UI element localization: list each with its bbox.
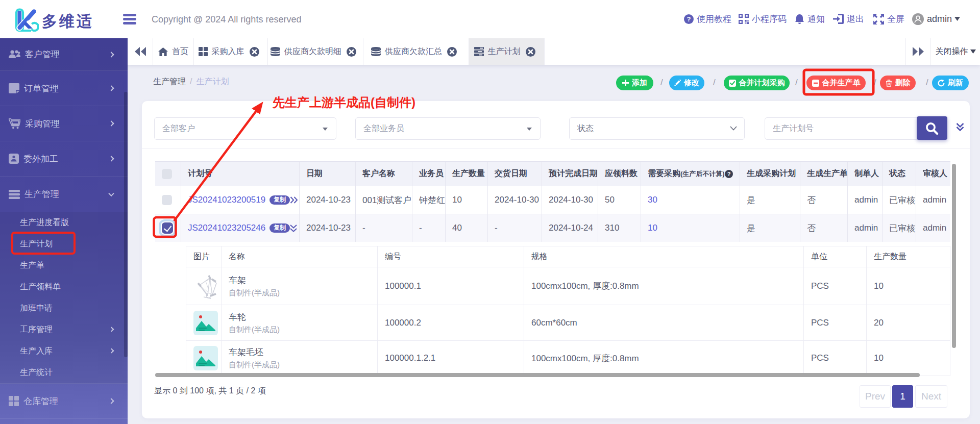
svg-text:?: ? bbox=[727, 171, 730, 177]
svg-text:?: ? bbox=[687, 15, 691, 23]
